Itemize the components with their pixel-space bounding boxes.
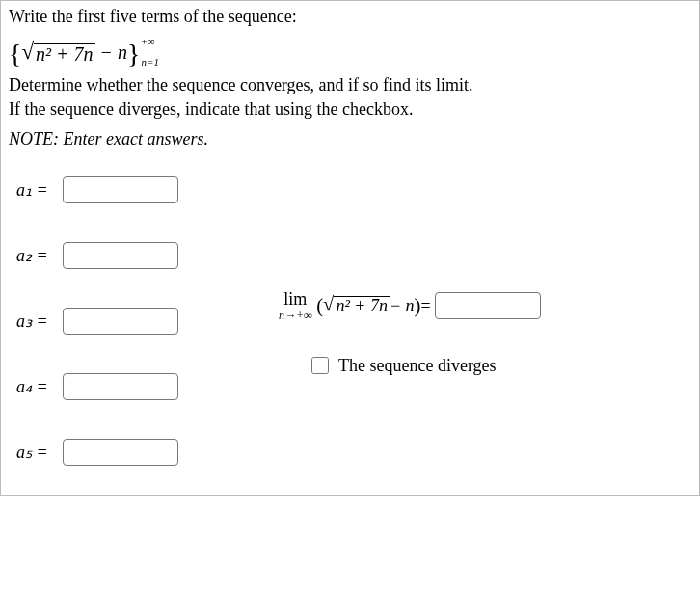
input-limit[interactable] [435,292,541,319]
diverges-checkbox[interactable] [311,357,329,374]
limit-operator: lim n→+∞ [279,290,312,321]
limit-inner: n² + 7n [336,296,388,315]
input-a5[interactable] [63,439,178,466]
limit-expression: lim n→+∞ (√n² + 7n − n) = [279,290,691,321]
instructions-line-2: If the sequence diverges, indicate that … [9,99,691,120]
input-a1[interactable] [63,176,178,203]
input-a4[interactable] [63,373,178,400]
label-a4: a₄ = [16,377,48,396]
sequence-sup: +∞ [142,37,159,47]
diverges-label: The sequence diverges [338,356,497,376]
input-a2[interactable] [63,242,178,269]
sequence-minus: − n [95,41,128,63]
note-text: NOTE: Enter exact answers. [9,129,691,149]
label-a1: a₁ = [16,180,48,200]
problem-container: Write the first five terms of the sequen… [0,0,700,496]
limit-equals: = [421,296,431,316]
limit-column: lim n→+∞ (√n² + 7n − n) = The sequence d… [279,176,691,377]
sequence-formula: {√n² + 7n − n} +∞n=1 [9,37,691,67]
label-a2: a₂ = [16,246,48,265]
terms-column: a₁ = a₂ = a₃ = a₄ = a₅ = [9,176,279,475]
prompt-text: Write the first five terms of the sequen… [9,7,691,27]
input-a3[interactable] [63,308,178,335]
limit-minus: − n [390,296,415,316]
label-a3: a₃ = [16,311,48,331]
label-a5: a₅ = [16,443,48,462]
instructions-line-1: Determine whether the sequence converges… [9,75,691,95]
sequence-sub: n=1 [142,56,159,67]
sequence-inner: n² + 7n [36,43,94,65]
